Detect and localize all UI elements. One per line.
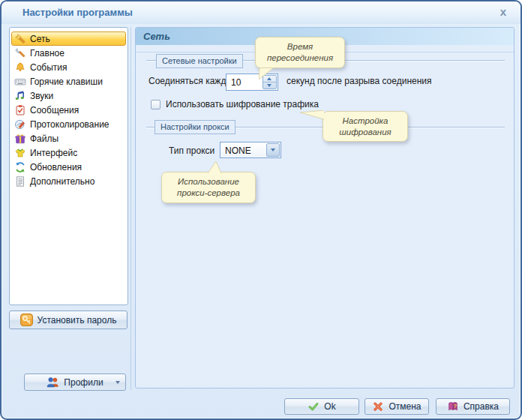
proxy-type-label: Тип прокси	[169, 146, 214, 157]
arrow-down-icon	[267, 84, 272, 87]
help-label: Справка	[464, 401, 499, 412]
sidebar-item-label: Обновления	[30, 162, 82, 172]
sidebar-item-hotkeys[interactable]: Горячие клавиши	[11, 74, 126, 88]
sidebar-item-updates[interactable]: Обновления	[11, 160, 126, 174]
sidebar-item-messages[interactable]: Сообщения	[11, 103, 126, 117]
clipboard-icon	[14, 104, 26, 116]
panel-title: Сеть	[143, 31, 170, 42]
profiles-label: Профили	[64, 377, 103, 388]
sidebar-item-additional[interactable]: Дополнительно	[11, 174, 126, 188]
cancel-label: Отмена	[388, 401, 421, 412]
reconnect-prefix-label: Соединяться каждые	[148, 76, 238, 87]
proxy-type-select[interactable]: NONE	[220, 142, 281, 158]
callout-tail-icon	[300, 110, 324, 121]
document-icon	[14, 176, 26, 188]
sidebar-item-logging[interactable]: Протоколирование	[11, 117, 126, 131]
combo-dropdown-button[interactable]	[266, 143, 280, 157]
sidebar-item-label: Файлы	[30, 134, 58, 144]
callout-line: прокси-сервера	[177, 188, 240, 199]
sidebar-item-files[interactable]: Файлы	[11, 131, 126, 146]
callout-line: шифрования	[339, 127, 391, 138]
callout-line: Настройка	[343, 116, 388, 127]
sidebar-item-network[interactable]: Сеть	[11, 32, 126, 46]
sidebar-item-label: Протоколирование	[30, 119, 110, 130]
encryption-checkbox-label[interactable]: Использовать шифрование трафика	[166, 99, 319, 110]
x-icon	[372, 400, 384, 412]
encryption-checkbox[interactable]	[151, 100, 160, 110]
ok-button[interactable]: Ok	[284, 398, 359, 415]
gift-icon	[14, 133, 26, 145]
sidebar-item-label: Главное	[30, 48, 64, 58]
sidebar-divider	[130, 27, 131, 390]
callout-tail-icon	[206, 161, 222, 173]
callout-encryption: Настройка шифрования	[322, 111, 408, 142]
svg-text:?: ?	[453, 403, 457, 410]
arrow-down-icon	[271, 148, 275, 152]
refresh-icon	[14, 161, 26, 173]
help-button[interactable]: ? Справка	[436, 398, 510, 415]
sidebar-item-label: Дополнительно	[30, 176, 94, 187]
sidebar-item-general[interactable]: Главное	[11, 46, 126, 60]
network-icon	[14, 33, 26, 45]
ok-label: Ok	[324, 401, 335, 412]
network-settings-panel: Сеть Сетевые настройки Соединяться кажды…	[135, 27, 514, 388]
sidebar-item-interface[interactable]: Интерфейс	[11, 146, 126, 160]
set-password-button[interactable]: Установить пароль	[9, 310, 128, 329]
cancel-button[interactable]: Отмена	[364, 398, 429, 415]
sidebar-item-label: События	[30, 62, 68, 73]
close-button[interactable]: x	[496, 5, 510, 19]
sidebar-item-label: Звуки	[30, 91, 53, 101]
key-icon	[20, 314, 33, 326]
reconnect-interval-input[interactable]: 10	[226, 74, 262, 90]
settings-dialog: Настройки программы x Сеть Главное	[0, 0, 522, 420]
profiles-button[interactable]: Профили	[24, 374, 126, 391]
callout-proxy-usage: Использование прокси-сервера	[161, 172, 256, 203]
tools-icon	[14, 47, 26, 59]
bell-icon	[14, 62, 26, 74]
sidebar-item-label: Горячие клавиши	[30, 76, 103, 87]
network-group-title: Сетевые настройки	[156, 54, 243, 68]
check-icon	[308, 400, 320, 412]
callout-tail-icon	[259, 68, 274, 80]
callout-line: Время	[287, 41, 313, 52]
spinner-down-button[interactable]	[263, 82, 276, 88]
set-password-label: Установить пароль	[38, 315, 117, 326]
help-book-icon: ?	[447, 400, 459, 412]
keyboard-icon	[14, 76, 26, 88]
callout-line: Использование	[178, 176, 239, 188]
sidebar-item-label: Интерфейс	[30, 148, 77, 158]
window-title: Настройки программы	[22, 7, 133, 18]
shirt-icon	[14, 147, 26, 159]
callout-line: пересоединения	[267, 52, 333, 64]
sidebar-item-sounds[interactable]: Звуки	[11, 88, 126, 103]
reconnect-suffix-label: секунд после разрыва соединения	[286, 76, 432, 87]
proxy-group-title: Настройки прокси	[154, 120, 236, 134]
callout-reconnect-time: Время пересоединения	[255, 37, 345, 68]
category-list: Сеть Главное События Горячие клавиши	[9, 27, 128, 305]
proxy-type-value: NONE	[220, 142, 266, 158]
chevron-down-icon	[116, 381, 120, 384]
music-icon	[14, 90, 26, 102]
sidebar-item-label: Сообщения	[30, 105, 79, 116]
sidebar-item-events[interactable]: События	[11, 60, 126, 74]
profiles-icon	[46, 376, 59, 388]
logging-icon	[14, 118, 26, 130]
sidebar-item-label: Сеть	[30, 34, 50, 44]
